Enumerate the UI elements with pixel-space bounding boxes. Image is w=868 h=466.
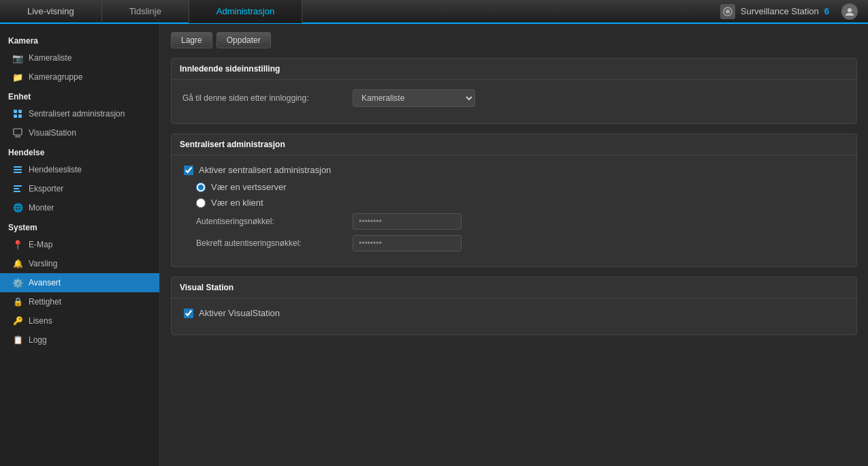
svg-point-2	[848, 8, 852, 12]
aktiver-sentralisert-label[interactable]: Aktiver sentralisert administrasjon	[199, 165, 331, 175]
confirm-key-label: Bekreft autentiseringsnøkkel:	[196, 238, 346, 248]
nav-tabs: Live-visning Tidslinje Administrasjon	[0, 0, 710, 23]
sidebar-item-logg[interactable]: 📋 Logg	[0, 330, 159, 350]
update-button[interactable]: Oppdater	[216, 32, 271, 48]
log-icon: 📋	[12, 335, 23, 345]
svg-point-1	[726, 10, 730, 14]
svg-rect-15	[14, 188, 19, 189]
aktiver-sentralisert-row: Aktiver sentralisert administrasjon	[182, 165, 846, 175]
sidebar-item-eksporter[interactable]: Eksporter	[0, 179, 159, 198]
sidebar-item-lisens[interactable]: 🔑 Lisens	[0, 311, 159, 330]
innledende-form-row: Gå til denne siden etter innlogging: Kam…	[182, 89, 846, 107]
visual-station-header: Visual Station	[172, 277, 856, 298]
tab-admin[interactable]: Administrasjon	[189, 0, 302, 23]
sidebar-item-sentralisert[interactable]: Sentralisert administrasjon	[0, 104, 159, 123]
tab-live[interactable]: Live-visning	[0, 0, 102, 23]
sidebar-item-hendelsesliste[interactable]: Hendelsesliste	[0, 160, 159, 179]
section-innledende: Innledende sideinnstilling Gå til denne …	[171, 58, 857, 124]
aktiver-visual-row: Aktiver VisualStation	[182, 308, 846, 318]
sidebar-item-varsling[interactable]: 🔔 Varsling	[0, 254, 159, 273]
confirm-key-input[interactable]	[353, 235, 462, 251]
bell-icon: 🔔	[12, 258, 23, 269]
sidebar-item-avansert[interactable]: ⚙️ Avansert	[0, 273, 159, 292]
brand-version: 6	[824, 6, 829, 16]
section-kamera: Kamera	[0, 31, 159, 48]
svg-rect-6	[18, 114, 22, 118]
innledende-body: Gå til denne siden etter innlogging: Kam…	[172, 80, 856, 123]
toolbar: Lagre Oppdater	[171, 32, 857, 48]
vertsserver-row: Vær en vertsserver	[182, 182, 846, 192]
svg-rect-14	[14, 185, 22, 187]
lock-icon: 🔒	[12, 296, 23, 307]
brand-name: Surveillance Station	[741, 6, 819, 16]
svg-rect-3	[14, 110, 17, 113]
sidebar-item-monter[interactable]: 🌐 Monter	[0, 198, 159, 217]
sidebar-item-rettighet[interactable]: 🔒 Rettighet	[0, 292, 159, 311]
sidebar-item-kameragruppe[interactable]: 📁 Kameragruppe	[0, 67, 159, 87]
camera-icon: 📷	[12, 52, 23, 63]
brand-area: Surveillance Station 6	[710, 3, 868, 20]
vertsserver-label[interactable]: Vær en vertsserver	[211, 182, 287, 192]
section-hendelse: Hendelse	[0, 142, 159, 160]
visual-station-body: Aktiver VisualStation	[172, 298, 856, 335]
content-area: Lagre Oppdater Innledende sideinnstillin…	[160, 24, 868, 466]
section-enhet: Enhet	[0, 87, 159, 104]
gear-icon: ⚙️	[12, 277, 23, 288]
sidebar-item-kameraliste[interactable]: 📷 Kameraliste	[0, 48, 159, 67]
svg-rect-11	[14, 166, 22, 168]
sentralisert-body: Aktiver sentralisert administrasjon Vær …	[172, 155, 856, 266]
user-avatar[interactable]	[841, 3, 858, 20]
main-layout: Kamera 📷 Kameraliste 📁 Kameragruppe Enhe…	[0, 24, 868, 466]
monitor-icon	[12, 127, 23, 138]
auth-key-label: Autentiseringsnøkkel:	[196, 217, 346, 226]
svg-rect-16	[14, 191, 20, 192]
save-button[interactable]: Lagre	[171, 32, 212, 48]
emap-icon: 📍	[12, 239, 23, 250]
svg-rect-5	[14, 114, 17, 118]
innledende-label: Gå til denne siden etter innlogging:	[182, 93, 346, 103]
list-icon	[12, 164, 23, 175]
folder-icon: 📁	[12, 72, 23, 82]
klient-row: Vær en klient	[182, 198, 846, 208]
section-sentralisert: Sentralisert administrasjon Aktiver sent…	[171, 134, 857, 267]
grid-icon	[12, 108, 23, 119]
svg-rect-12	[14, 169, 22, 170]
sidebar-item-emap[interactable]: 📍 E-Map	[0, 235, 159, 254]
sentralisert-header: Sentralisert administrasjon	[172, 134, 856, 155]
brand-icon	[720, 4, 735, 19]
innledende-header: Innledende sideinnstilling	[172, 59, 856, 80]
aktiver-visual-checkbox[interactable]	[184, 309, 193, 318]
section-visual-station: Visual Station Aktiver VisualStation	[171, 277, 857, 335]
aktiver-sentralisert-checkbox[interactable]	[184, 166, 193, 175]
confirm-key-row: Bekreft autentiseringsnøkkel:	[182, 235, 846, 251]
key-icon: 🔑	[12, 315, 23, 326]
auth-key-input[interactable]	[353, 213, 462, 230]
sidebar: Kamera 📷 Kameraliste 📁 Kameragruppe Enhe…	[0, 24, 160, 466]
klient-label[interactable]: Vær en klient	[211, 198, 263, 208]
aktiver-visual-label[interactable]: Aktiver VisualStation	[199, 308, 280, 318]
top-nav: Live-visning Tidslinje Administrasjon Su…	[0, 0, 868, 24]
globe-icon: 🌐	[12, 202, 23, 213]
svg-rect-4	[18, 110, 22, 113]
auth-key-row: Autentiseringsnøkkel:	[182, 213, 846, 230]
section-system: System	[0, 217, 159, 235]
sidebar-item-visualstation[interactable]: VisualStation	[0, 123, 159, 142]
svg-rect-13	[14, 172, 22, 173]
export-icon	[12, 183, 23, 194]
tab-timeline[interactable]: Tidslinje	[102, 0, 189, 23]
klient-radio[interactable]	[196, 198, 206, 208]
svg-rect-7	[14, 129, 22, 135]
vertsserver-radio[interactable]	[196, 183, 206, 192]
innledende-dropdown[interactable]: Kameraliste Tidslinje E-Map	[353, 89, 475, 107]
